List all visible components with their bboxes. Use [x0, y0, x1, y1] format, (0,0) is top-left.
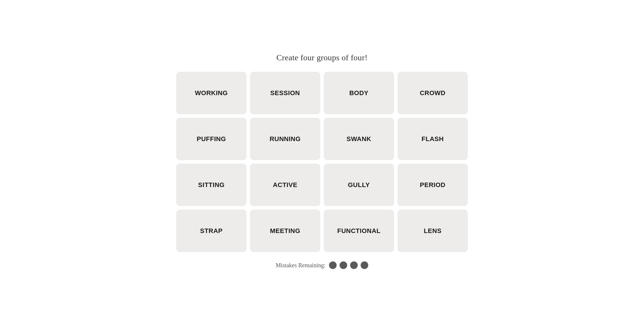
word-card[interactable]: LENS	[398, 210, 468, 252]
word-card[interactable]: WORKING	[176, 72, 246, 114]
word-card[interactable]: PERIOD	[398, 164, 468, 206]
word-card[interactable]: STRAP	[176, 210, 246, 252]
word-card[interactable]: PUFFING	[176, 118, 246, 160]
word-card[interactable]: RUNNING	[250, 118, 320, 160]
mistakes-dots	[329, 261, 368, 269]
word-label: SITTING	[198, 181, 225, 189]
word-label: GULLY	[348, 181, 370, 189]
word-label: BODY	[349, 89, 369, 97]
word-label: CROWD	[420, 89, 446, 97]
word-card[interactable]: MEETING	[250, 210, 320, 252]
word-label: STRAP	[200, 227, 222, 235]
word-label: WORKING	[195, 89, 228, 97]
word-label: SESSION	[270, 89, 300, 97]
word-card[interactable]: GULLY	[324, 164, 394, 206]
word-label: MEETING	[270, 227, 300, 235]
word-label: FLASH	[422, 135, 444, 143]
word-label: SWANK	[347, 135, 371, 143]
mistakes-label: Mistakes Remaining:	[276, 262, 326, 269]
game-subtitle: Create four groups of four!	[276, 53, 367, 62]
word-grid: WORKINGSESSIONBODYCROWDPUFFINGRUNNINGSWA…	[176, 72, 468, 252]
game-container: Create four groups of four! WORKINGSESSI…	[161, 53, 483, 269]
word-label: LENS	[424, 227, 442, 235]
word-card[interactable]: BODY	[324, 72, 394, 114]
word-label: FUNCTIONAL	[337, 227, 381, 235]
mistakes-section: Mistakes Remaining:	[276, 261, 369, 269]
word-card[interactable]: FUNCTIONAL	[324, 210, 394, 252]
mistake-dot	[361, 261, 368, 269]
word-card[interactable]: SWANK	[324, 118, 394, 160]
mistake-dot	[340, 261, 347, 269]
mistake-dot	[329, 261, 337, 269]
word-label: PUFFING	[197, 135, 226, 143]
word-card[interactable]: SITTING	[176, 164, 246, 206]
mistake-dot	[350, 261, 358, 269]
word-card[interactable]: ACTIVE	[250, 164, 320, 206]
word-label: ACTIVE	[273, 181, 297, 189]
word-label: RUNNING	[270, 135, 301, 143]
word-card[interactable]: CROWD	[398, 72, 468, 114]
word-card[interactable]: FLASH	[398, 118, 468, 160]
word-label: PERIOD	[420, 181, 445, 189]
word-card[interactable]: SESSION	[250, 72, 320, 114]
